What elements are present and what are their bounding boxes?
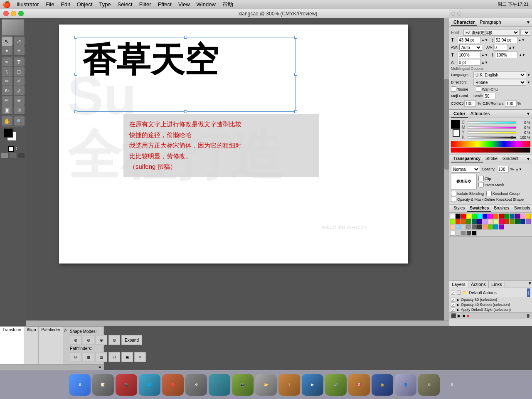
minus-back-button[interactable]: ⊛ [134,352,146,362]
dock-item-10[interactable]: ▶ [302,374,323,396]
language-select[interactable]: U.K. English [473,71,526,78]
layer-new-icon[interactable]: ⬛ [451,313,456,318]
swatch-37[interactable] [488,224,493,229]
layer-item-apply-default[interactable]: ✓ ▶ Apply Default Style (selection) [449,307,532,312]
swatch-24[interactable] [499,219,504,224]
menu-type[interactable]: Type [96,0,114,8]
font-size-input[interactable] [458,37,480,43]
swatch-6[interactable] [483,214,488,219]
dock-item-7[interactable]: 📷 [232,374,254,396]
lang-arrow[interactable]: ▼ [527,73,530,77]
swatch-14[interactable] [526,214,531,219]
scroll-down-arrow[interactable]: ▼ [98,365,102,369]
direct-selection-tool[interactable]: ↗ [14,37,25,46]
layer-play-icon[interactable]: ▶ [458,313,461,318]
wari-chu-checkbox[interactable] [476,86,481,92]
swatch-30[interactable] [450,224,455,229]
dock-trash[interactable]: 🗑 [441,374,463,396]
layer-vis-2[interactable]: ✓ [451,298,455,302]
kerning-input[interactable] [493,44,508,51]
swatch-31[interactable] [456,224,461,229]
handle-br[interactable] [294,110,297,113]
mesh-tool[interactable]: ⊞ [14,105,25,114]
default-colors-icon[interactable]: ↕ [15,146,17,152]
dock-item-8[interactable]: 📂 [255,374,277,396]
normal-mode[interactable] [1,153,8,158]
cjk-input[interactable] [464,100,476,107]
swatch-26[interactable] [510,219,515,224]
trans-panel-menu[interactable]: ▼ [526,157,530,161]
up-down-leading[interactable]: ▲▼ [518,38,525,42]
swatch-29[interactable] [526,219,531,224]
layer-record-icon[interactable]: ● [467,313,469,318]
white-swatch[interactable] [450,231,455,236]
intersect-button[interactable]: ⊗ [96,335,107,345]
color-spectrum[interactable] [451,141,530,147]
expand-button[interactable]: Expand [121,335,142,345]
swatch-35[interactable] [477,224,482,229]
swatch-38[interactable] [493,224,498,229]
leading-input[interactable] [495,37,517,43]
up-down-baseline[interactable]: ▲▼ [481,61,488,64]
maximize-button[interactable] [18,11,24,16]
magic-wand-tool[interactable]: ✦ [2,46,12,55]
tab-color[interactable]: Color [451,110,468,118]
swatch-7[interactable] [488,214,493,219]
minus-front-button[interactable]: ⊖ [83,335,94,345]
expand-icon[interactable]: ▷ [63,327,68,369]
swatch-2[interactable] [461,214,466,219]
pencil-tool[interactable]: ✐ [14,76,25,86]
gradient-tool[interactable]: ▣ [2,105,12,114]
menu-filter[interactable]: Filter [136,0,155,8]
color-panel-menu[interactable]: ▼ [526,111,530,116]
selected-text-box[interactable]: 香草天空 [76,37,296,112]
dock-item-14[interactable]: 👤 [395,374,416,396]
dock-item-5[interactable]: ⚙ [185,374,207,396]
tab-paragraph[interactable]: Paragraph [477,19,503,26]
swatch-16[interactable] [456,219,461,224]
baseline-input[interactable] [458,59,480,66]
swatch-36[interactable] [483,224,488,229]
swatch-21[interactable] [483,219,488,224]
horizontal-scale-input[interactable] [458,52,480,58]
swatch-1[interactable] [456,214,461,219]
menu-object[interactable]: Object [74,0,96,8]
swatch-9[interactable] [499,214,504,219]
play-icon-2[interactable]: ▶ [457,303,459,307]
layers-panel-menu[interactable]: ▼ [528,281,532,288]
rotate-tool[interactable]: ↻ [2,86,12,95]
menu-window[interactable]: Window [193,0,219,8]
swatch-28[interactable] [520,219,525,224]
line-tool[interactable]: \ [2,67,12,76]
layer-item-opacity60[interactable]: ✓ ▶ Opacity 60 (selection) [449,297,532,302]
handle-bl[interactable] [74,110,77,113]
tab-brushes[interactable]: Brushes [491,205,512,212]
divide-button[interactable]: ⊟ [70,352,81,362]
swatch-4[interactable] [472,214,477,219]
font-style-select[interactable] [520,29,530,36]
black-swatch[interactable] [472,231,477,236]
swatch-13[interactable] [520,214,525,219]
swatch-32[interactable] [461,224,466,229]
type-tool[interactable]: T [14,57,25,66]
tab-layers[interactable]: Layers [449,281,468,288]
swatch-39[interactable] [499,224,504,229]
eyedropper-tool[interactable]: ⊕ [14,96,25,105]
vertical-scrollbar[interactable] [444,18,449,321]
swap-colors-icon[interactable] [8,146,14,152]
swatch-27[interactable] [515,219,520,224]
dark-gray-swatch[interactable] [466,231,471,236]
tab-transform[interactable]: Transform [0,327,24,369]
menu-file[interactable]: File [42,0,57,8]
swatch-11[interactable] [510,214,515,219]
panel-menu-icon[interactable]: ▼ [526,20,530,25]
red-gradient-bar[interactable] [451,148,530,153]
up-down-size[interactable]: ▲▼ [481,38,488,42]
exclude-button[interactable]: ⊘ [108,335,120,345]
foreground-color[interactable] [4,128,13,138]
menu-illustrator[interactable]: Illustrator [13,0,42,8]
swatch-19[interactable] [472,219,477,224]
swatch-18[interactable] [466,219,471,224]
dock-item-1[interactable]: 📝 [92,374,114,396]
swatch-8[interactable] [493,214,498,219]
